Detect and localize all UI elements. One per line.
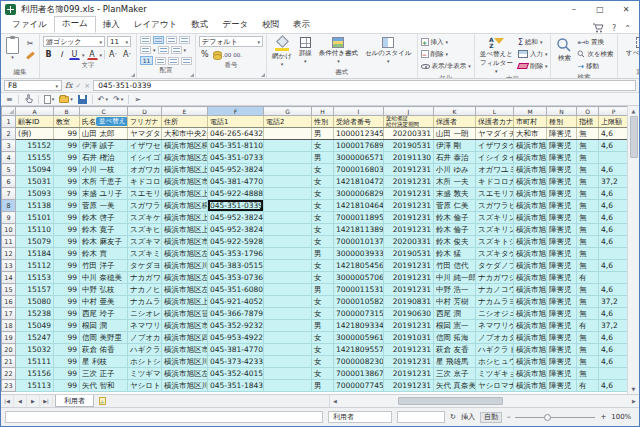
column-header-D[interactable]: D [128, 107, 162, 116]
cell[interactable]: 鈴木 猛 [434, 248, 476, 260]
cell[interactable]: 99 [54, 296, 80, 308]
cell[interactable]: 15247 [16, 332, 54, 344]
cell[interactable]: 20191231 [384, 368, 434, 380]
cell[interactable]: 障害児 [547, 128, 577, 140]
cell[interactable]: 矢代 真奈美 [434, 380, 476, 392]
align-top-icon[interactable] [140, 36, 151, 44]
cell[interactable] [264, 284, 312, 296]
cell[interactable]: 045-366-7879 [208, 308, 264, 320]
align-justify-icon[interactable] [179, 36, 190, 44]
zoom-out-icon[interactable]: – [507, 413, 511, 421]
cell[interactable] [264, 164, 312, 176]
cell[interactable]: 20200331 [384, 236, 434, 248]
cell[interactable]: 女 [312, 332, 334, 344]
header-cell[interactable]: フリガナ [128, 116, 162, 128]
cell[interactable]: 20190531 [384, 248, 434, 260]
cell[interactable]: 横浜市旭区上川 [162, 188, 208, 200]
cell[interactable]: 中野 浩一 [434, 284, 476, 296]
column-header-H[interactable]: H [312, 107, 334, 116]
cell[interactable]: 99 [54, 188, 80, 200]
cell[interactable]: 7000010137 [334, 236, 384, 248]
cell[interactable]: 女 [312, 212, 334, 224]
add-sheet-icon[interactable]: + [96, 395, 108, 407]
column-header-F[interactable]: F [208, 107, 264, 116]
cell[interactable]: 045-353-1796 [208, 248, 264, 260]
cell[interactable]: 15184 [16, 248, 54, 260]
cell[interactable]: 15152 [16, 140, 54, 152]
cell[interactable]: 女 [312, 356, 334, 368]
cell[interactable]: 横浜市旭区川島 [162, 380, 208, 392]
select-all-button[interactable]: すべて選択 [624, 36, 639, 59]
header-cell[interactable]: 受給者証 給付決定期間 [384, 116, 434, 128]
underline-button[interactable]: U [69, 49, 80, 60]
vertical-text-icon[interactable]: 11 [140, 56, 153, 65]
currency-format-icon[interactable] [213, 51, 221, 59]
column-header-L[interactable]: L [476, 107, 514, 116]
cell[interactable]: スガワラヒ [128, 200, 162, 212]
cell[interactable]: 無 [577, 188, 599, 200]
cell[interactable]: 障害児 [547, 260, 577, 272]
cell[interactable]: 7000010582 [334, 296, 384, 308]
borders-button[interactable]: 罫線▾ [297, 36, 314, 64]
cell[interactable]: ハギクラユ [128, 344, 162, 356]
cell[interactable]: 20191231 [384, 188, 434, 200]
cell[interactable] [264, 356, 312, 368]
cell[interactable] [264, 188, 312, 200]
cell[interactable] [264, 128, 312, 140]
vertical-scrollbar[interactable]: ▲ ▼ [627, 106, 639, 394]
tab-file[interactable]: ファイル [5, 18, 54, 33]
replace-button[interactable]: a→b 置換 [577, 36, 613, 48]
scroll-left-icon[interactable]: ◀ [330, 398, 340, 404]
cell[interactable]: 15238 [16, 308, 54, 320]
cell[interactable]: 横浜市旭区上川 [162, 164, 208, 176]
cell[interactable]: 7000008230 [334, 356, 384, 368]
cell[interactable]: 99 [54, 128, 80, 140]
cell[interactable]: 女 [312, 296, 334, 308]
wrap-text-icon[interactable] [171, 46, 182, 54]
cell[interactable]: 菅原 一美 [80, 200, 128, 212]
header-cell[interactable]: 指標 [577, 116, 599, 128]
cell[interactable]: 99 [54, 236, 80, 248]
cell[interactable]: 山田 一朗 [434, 128, 476, 140]
shrink-font-button[interactable]: A˅ [121, 49, 133, 60]
cell[interactable]: 女 [312, 224, 334, 236]
cell[interactable]: 無 [577, 236, 599, 248]
cell[interactable]: 西尾 玲子 [80, 308, 128, 320]
cell[interactable]: 99 [54, 152, 80, 164]
vertical-scroll-thumb[interactable] [630, 116, 638, 158]
row-header-4[interactable]: 4 [2, 152, 16, 164]
cell[interactable]: スズキケイ [128, 212, 162, 224]
indent-increase-icon[interactable] [168, 57, 179, 65]
cell[interactable]: 7000011531 [334, 284, 384, 296]
row-header-19[interactable]: 19 [2, 332, 16, 344]
cell[interactable]: スズキリン [476, 212, 514, 224]
cell[interactable]: 無 [577, 212, 599, 224]
cell[interactable]: 20200331 [384, 128, 434, 140]
cell[interactable]: 横浜市旭区 [514, 272, 547, 284]
cell[interactable]: 障害児 [547, 212, 577, 224]
cell[interactable]: 045-383-0515 [208, 260, 264, 272]
row-header-7[interactable]: 7 [2, 188, 16, 200]
cell[interactable]: イシイタイ [476, 152, 514, 164]
cell[interactable]: 20190630 [384, 308, 434, 320]
cell[interactable]: スズキトシ [476, 236, 514, 248]
object-mode-icon[interactable]: ➢ [134, 95, 141, 104]
tab-view[interactable]: 表示 [286, 18, 317, 33]
cell[interactable] [264, 308, 312, 320]
cell[interactable]: 99 [54, 272, 80, 284]
cell[interactable]: 横浜市旭区 [514, 212, 547, 224]
cell[interactable]: 横浜市旭区 [514, 368, 547, 380]
cell[interactable]: 信岡 美野里 [80, 332, 128, 344]
cell[interactable]: 横浜市旭区 [514, 260, 547, 272]
cell[interactable]: ナカガワジ [476, 272, 514, 284]
cell[interactable]: ミツギマサ [128, 368, 162, 380]
cell[interactable]: 99 [54, 344, 80, 356]
row-header-6[interactable]: 6 [2, 176, 16, 188]
cell[interactable] [264, 212, 312, 224]
cell[interactable]: 鈴木 倫子 [434, 224, 476, 236]
cell[interactable]: 横浜市旭区 [514, 320, 547, 332]
cell[interactable]: 99 [54, 260, 80, 272]
cell[interactable]: 045-351-0733 [208, 152, 264, 164]
cell[interactable]: 3000003933 [334, 248, 384, 260]
cell[interactable]: 99 [54, 284, 80, 296]
